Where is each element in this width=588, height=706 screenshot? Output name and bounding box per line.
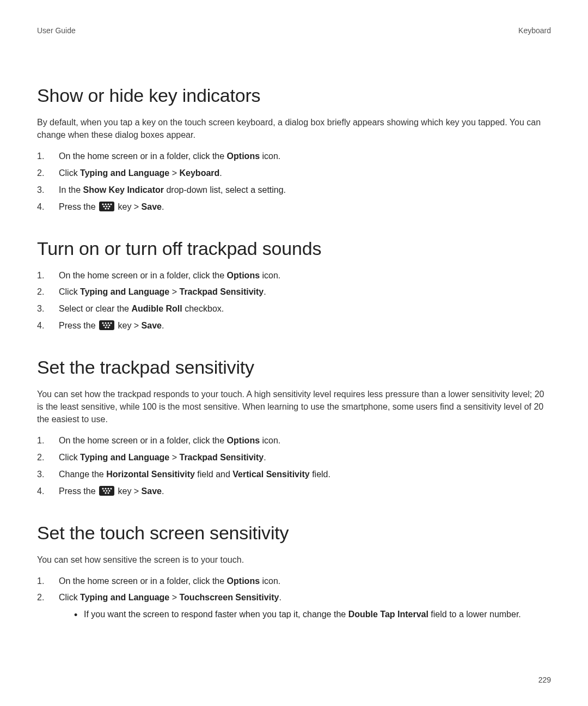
svg-point-8 [107,208,109,209]
svg-point-5 [106,205,107,207]
step: On the home screen or in a folder, click… [37,434,551,448]
header-left: User Guide [37,26,76,35]
section-trackpad-sounds: Turn on or turn off trackpad sounds On t… [37,238,551,333]
menu-key-icon [99,486,114,496]
step: On the home screen or in a folder, click… [37,150,551,163]
page-number: 229 [538,675,551,684]
step: Click Typing and Language > Trackpad Sen… [37,451,551,465]
intro-trackpad-sensitivity: You can set how the trackpad responds to… [37,388,551,426]
step: Click Typing and Language > Keyboard. [37,167,551,180]
svg-point-18 [102,488,103,489]
svg-point-14 [106,324,107,326]
svg-point-15 [108,324,110,326]
step: Click Typing and Language > Trackpad Sen… [37,285,551,299]
section-trackpad-sensitivity: Set the trackpad sensitivity You can set… [37,357,551,498]
intro-key-indicators: By default, when you tap a key on the to… [37,116,551,141]
step: Click Typing and Language > Touchscreen … [37,591,551,621]
heading-key-indicators: Show or hide key indicators [37,85,551,106]
svg-point-20 [107,488,109,489]
svg-point-12 [110,322,112,324]
svg-point-3 [110,203,112,205]
svg-point-22 [103,490,105,491]
bullet: If you want the screen to respond faster… [74,608,551,621]
svg-point-2 [107,203,109,205]
svg-point-19 [105,488,106,489]
steps-key-indicators: On the home screen or in a folder, click… [37,150,551,214]
step: Change the Horizontal Sensitivity field … [37,468,551,482]
steps-touchscreen-sensitivity: On the home screen or in a folder, click… [37,575,551,622]
svg-point-25 [105,492,106,494]
sub-bullets: If you want the screen to respond faster… [59,608,551,621]
svg-point-13 [103,324,105,326]
step: In the Show Key Indicator drop-down list… [37,184,551,197]
svg-point-24 [108,490,110,491]
document-page: User Guide Keyboard Show or hide key ind… [0,0,588,706]
step: On the home screen or in a folder, click… [37,269,551,283]
steps-trackpad-sounds: On the home screen or in a folder, click… [37,269,551,333]
menu-key-icon [99,320,114,330]
svg-point-26 [107,492,109,494]
svg-point-4 [103,205,105,207]
svg-point-16 [105,326,106,328]
step: Press the key > Save. [37,200,551,214]
heading-touchscreen-sensitivity: Set the touch screen sensitivity [37,522,551,544]
svg-point-11 [107,322,109,324]
intro-touchscreen-sensitivity: You can set how sensitive the screen is … [37,553,551,566]
header-right: Keyboard [518,26,551,35]
step: Press the key > Save. [37,319,551,333]
heading-trackpad-sensitivity: Set the trackpad sensitivity [37,357,551,378]
svg-point-1 [105,203,106,205]
step: Select or clear the Audible Roll checkbo… [37,302,551,316]
section-touchscreen-sensitivity: Set the touch screen sensitivity You can… [37,522,551,622]
svg-point-10 [105,322,106,324]
step: Press the key > Save. [37,485,551,498]
svg-point-23 [106,490,107,491]
svg-point-9 [102,322,103,324]
svg-point-0 [102,203,103,205]
svg-point-6 [108,205,110,207]
section-key-indicators: Show or hide key indicators By default, … [37,85,551,214]
svg-point-7 [105,208,106,209]
heading-trackpad-sounds: Turn on or turn off trackpad sounds [37,238,551,259]
menu-key-icon [99,202,114,211]
step: On the home screen or in a folder, click… [37,575,551,588]
steps-trackpad-sensitivity: On the home screen or in a folder, click… [37,434,551,498]
svg-point-21 [110,488,112,489]
svg-point-17 [107,326,109,328]
page-header: User Guide Keyboard [37,26,551,35]
